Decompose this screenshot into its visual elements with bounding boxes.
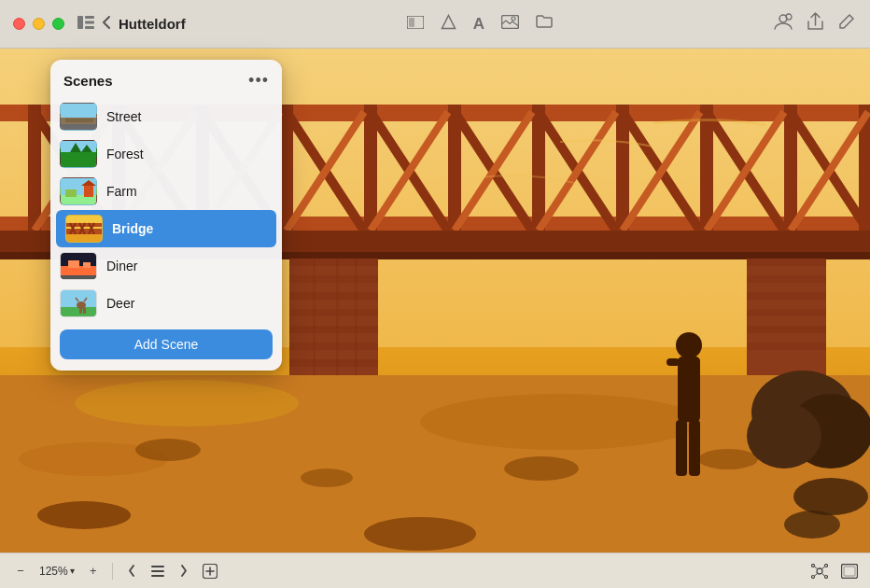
svg-rect-91 [65,119,93,122]
zoom-in-button[interactable]: + [82,560,105,582]
svg-rect-64 [747,326,826,333]
scene-item-street[interactable]: Street [50,98,282,135]
svg-rect-50 [289,292,378,300]
svg-point-131 [825,575,828,578]
svg-rect-114 [68,260,79,268]
svg-rect-123 [151,575,164,577]
scene-name-farm: Farm [106,184,137,199]
scenes-more-button[interactable]: ••• [248,71,269,91]
svg-rect-61 [747,275,826,283]
svg-point-68 [420,394,700,450]
svg-rect-93 [61,152,97,168]
svg-rect-98 [84,186,93,197]
svg-point-87 [784,511,840,539]
svg-line-134 [815,573,818,576]
svg-point-130 [812,575,815,578]
svg-rect-137 [844,567,855,576]
svg-rect-115 [83,262,91,268]
svg-rect-48 [289,259,378,266]
svg-point-128 [812,564,815,567]
files-tool-button[interactable] [536,14,553,34]
maximize-button[interactable] [52,18,64,30]
add-scene-button[interactable]: Add Scene [60,329,273,359]
separator [112,563,113,580]
svg-rect-60 [747,259,826,266]
scenes-list: Street Forest [50,98,282,322]
sidebar-toggle-button[interactable] [77,16,94,32]
share-button[interactable] [807,12,823,35]
scene-thumb-bridge [65,215,103,243]
scene-thumb-deer [60,289,97,317]
svg-line-132 [815,567,818,569]
svg-rect-90 [61,124,97,131]
svg-rect-79 [687,358,700,366]
svg-point-82 [685,335,700,344]
svg-rect-2 [85,21,94,24]
svg-rect-63 [747,309,826,316]
media-tool-button[interactable] [501,15,519,34]
fullscreen-button[interactable] [838,560,861,582]
minimize-button[interactable] [33,18,45,30]
scene-name-diner: Diner [106,259,137,273]
right-toolbar [774,12,855,35]
scene-item-bridge[interactable]: Bridge [56,210,276,247]
scene-name-forest: Forest [106,147,144,161]
shapes-tool-button[interactable] [441,14,456,35]
svg-point-70 [135,439,201,461]
svg-point-73 [698,449,758,469]
scenes-title: Scenes [63,73,113,89]
scene-thumb-diner [60,252,97,280]
scenes-list-button[interactable] [147,560,169,582]
svg-rect-54 [289,359,378,367]
scene-item-diner[interactable]: Diner [50,247,282,285]
zoom-chevron-icon: ▾ [70,566,75,576]
svg-rect-113 [61,275,97,280]
close-button[interactable] [13,18,25,30]
svg-rect-77 [678,357,700,422]
svg-point-7 [512,17,515,21]
svg-point-118 [77,301,86,309]
svg-rect-53 [289,343,378,350]
svg-point-75 [364,517,476,551]
text-tool-button[interactable]: A [473,15,484,34]
scene-item-deer[interactable]: Deer [50,285,282,322]
svg-point-86 [793,478,868,515]
svg-rect-49 [289,275,378,283]
svg-point-67 [75,380,299,427]
document-title: Hutteldorf [119,16,186,32]
scene-name-street: Street [106,109,141,124]
svg-point-85 [747,403,821,469]
collaborate-button[interactable] [774,13,793,35]
svg-rect-78 [667,358,680,366]
next-scene-button[interactable] [173,560,195,582]
scenes-panel: Scenes ••• Street [50,60,282,371]
scene-item-forest[interactable]: Forest [50,135,282,173]
add-frame-button[interactable] [199,560,221,582]
prev-scene-button[interactable] [120,560,143,582]
edit-button[interactable] [838,13,855,35]
network-view-button[interactable] [808,560,831,582]
svg-rect-120 [83,308,86,314]
svg-point-127 [817,568,822,574]
zoom-selector[interactable]: 125% ▾ [35,563,78,580]
svg-rect-122 [151,570,164,572]
scene-thumb-forest [60,140,97,168]
svg-rect-110 [66,234,103,243]
svg-point-72 [504,456,579,481]
bottombar: − 125% ▾ + [0,553,870,588]
svg-point-129 [825,564,828,567]
svg-rect-81 [689,420,700,476]
zoom-out-button[interactable]: − [9,560,32,582]
svg-rect-1 [85,16,94,19]
scenes-header: Scenes ••• [50,60,282,98]
scene-item-farm[interactable]: Farm [50,173,282,210]
svg-rect-121 [151,566,164,567]
center-toolbar: A [186,14,774,35]
bottom-right-tools [808,560,861,582]
traffic-lights [13,18,64,30]
zoom-value: 125% [39,565,68,578]
svg-line-135 [822,573,825,576]
svg-point-74 [37,501,131,529]
back-button[interactable] [102,15,111,33]
layout-tool-button[interactable] [407,15,424,34]
